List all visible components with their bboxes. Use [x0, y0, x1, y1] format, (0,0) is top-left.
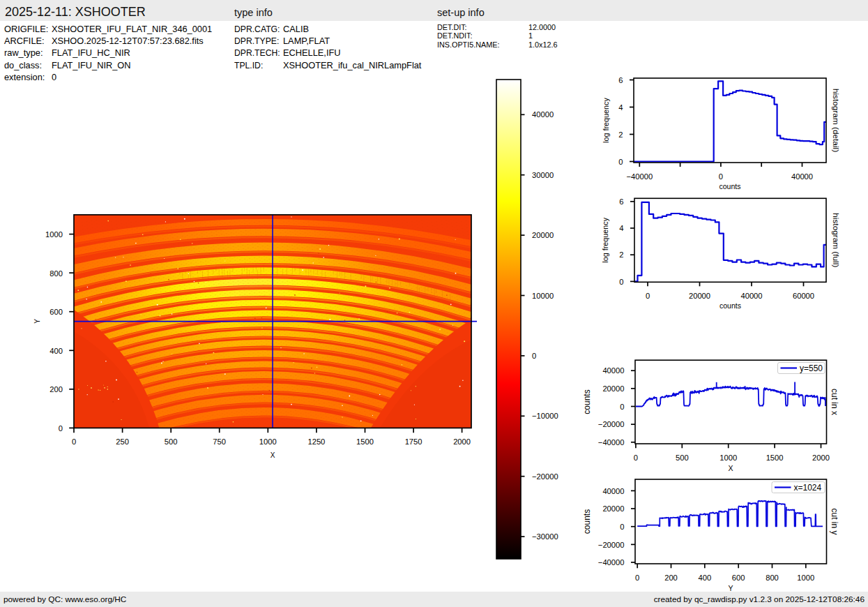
svg-text:type info: type info [234, 7, 273, 18]
svg-text:12.0000: 12.0000 [528, 23, 556, 31]
svg-text:TPL.ID:: TPL.ID: [234, 61, 263, 70]
svg-text:XSHOOTER_ifu_cal_NIRLampFlat: XSHOOTER_ifu_cal_NIRLampFlat [283, 60, 422, 70]
svg-text:FLAT_IFU_HC_NIR: FLAT_IFU_HC_NIR [52, 47, 130, 58]
svg-text:500: 500 [676, 454, 689, 462]
svg-text:−10000: −10000 [532, 412, 558, 420]
svg-text:10000: 10000 [532, 292, 554, 300]
svg-text:DET.NDIT:: DET.NDIT: [437, 31, 472, 40]
svg-text:counts: counts [582, 509, 592, 534]
svg-text:−20000: −20000 [598, 541, 625, 549]
svg-text:1.0x12.6: 1.0x12.6 [528, 40, 557, 49]
svg-text:40000: 40000 [602, 487, 624, 495]
svg-text:raw_type:: raw_type: [4, 47, 43, 58]
svg-text:X: X [728, 464, 733, 472]
svg-text:counts: counts [719, 301, 741, 310]
svg-text:2000: 2000 [453, 437, 471, 446]
svg-text:2025-12-11: XSHOOTER: 2025-12-11: XSHOOTER [5, 5, 146, 19]
svg-text:ORIGFILE:: ORIGFILE: [4, 24, 48, 34]
svg-text:40000: 40000 [740, 292, 762, 300]
svg-text:1250: 1250 [307, 437, 325, 446]
svg-text:30000: 30000 [532, 171, 554, 179]
svg-text:Y: Y [33, 319, 41, 324]
svg-text:40000: 40000 [602, 366, 624, 375]
svg-text:do_class:: do_class: [4, 60, 42, 70]
svg-text:0: 0 [634, 454, 638, 462]
svg-text:20000: 20000 [602, 504, 624, 513]
svg-text:4: 4 [619, 224, 623, 232]
svg-text:XSHOO.2025-12-12T07:57:23.682.: XSHOO.2025-12-12T07:57:23.682.fits [52, 36, 204, 46]
svg-text:0: 0 [59, 424, 63, 433]
svg-text:2: 2 [618, 130, 623, 139]
svg-text:DPR.TYPE:: DPR.TYPE: [234, 36, 279, 46]
svg-text:400: 400 [698, 574, 711, 582]
svg-text:1000: 1000 [259, 437, 277, 446]
svg-text:0: 0 [620, 523, 624, 531]
svg-text:200: 200 [50, 385, 63, 394]
svg-text:20000: 20000 [532, 231, 554, 239]
svg-text:200: 200 [664, 574, 678, 582]
svg-text:−30000: −30000 [532, 532, 558, 541]
svg-text:600: 600 [50, 308, 63, 316]
svg-text:40000: 40000 [791, 172, 813, 181]
svg-text:log frequency: log frequency [602, 97, 610, 142]
svg-text:60000: 60000 [793, 292, 814, 300]
svg-text:0: 0 [52, 72, 56, 82]
svg-text:XSHOOTER_IFU_FLAT_NIR_346_0001: XSHOOTER_IFU_FLAT_NIR_346_0001 [52, 24, 212, 34]
svg-text:DPR.CATG:: DPR.CATG: [234, 24, 280, 34]
svg-text:histogram (full): histogram (full) [831, 213, 841, 267]
svg-text:created by qc_rawdisp.py v1.2.: created by qc_rawdisp.py v1.2.3 on 2025-… [654, 594, 865, 604]
svg-text:0: 0 [72, 437, 76, 446]
svg-text:1000: 1000 [45, 230, 63, 239]
svg-text:750: 750 [213, 437, 226, 446]
svg-text:DET.DIT:: DET.DIT: [437, 23, 467, 31]
svg-text:−40000: −40000 [598, 558, 625, 567]
svg-text:−20000: −20000 [598, 420, 625, 428]
svg-text:x=1024: x=1024 [794, 483, 822, 493]
svg-text:0: 0 [719, 172, 723, 181]
svg-text:FLAT_IFU_NIR_ON: FLAT_IFU_NIR_ON [52, 60, 131, 70]
svg-text:1750: 1750 [405, 437, 422, 446]
svg-text:2: 2 [619, 250, 623, 259]
svg-text:6: 6 [619, 197, 623, 206]
svg-text:X: X [271, 451, 275, 459]
svg-text:1000: 1000 [719, 454, 737, 462]
svg-text:500: 500 [165, 437, 178, 446]
svg-text:0: 0 [620, 403, 624, 411]
svg-text:0: 0 [635, 574, 639, 582]
svg-text:600: 600 [732, 574, 745, 582]
svg-text:Y: Y [728, 584, 733, 592]
svg-text:−20000: −20000 [532, 472, 558, 481]
svg-text:4: 4 [618, 103, 623, 112]
svg-text:0: 0 [532, 352, 536, 360]
svg-text:20000: 20000 [689, 292, 710, 300]
svg-text:6: 6 [618, 76, 623, 84]
svg-text:0: 0 [619, 278, 623, 286]
svg-text:y=550: y=550 [800, 364, 823, 373]
svg-text:400: 400 [50, 347, 63, 355]
svg-text:250: 250 [116, 437, 129, 446]
svg-text:40000: 40000 [532, 110, 554, 119]
svg-text:cut in x: cut in x [830, 389, 839, 415]
svg-text:cut in y: cut in y [830, 508, 839, 534]
svg-text:ECHELLE,IFU: ECHELLE,IFU [283, 47, 341, 58]
svg-text:800: 800 [766, 574, 779, 582]
svg-text:counts: counts [582, 389, 592, 414]
svg-text:1000: 1000 [797, 574, 814, 582]
svg-text:1500: 1500 [766, 454, 784, 462]
svg-text:DPR.TECH:: DPR.TECH: [234, 48, 280, 58]
svg-text:powered by QC: www.eso.org/HC: powered by QC: www.eso.org/HC [3, 594, 127, 604]
svg-text:20000: 20000 [602, 384, 624, 393]
svg-text:800: 800 [50, 269, 63, 278]
svg-text:−40000: −40000 [626, 172, 653, 181]
svg-text:CALIB: CALIB [283, 24, 309, 34]
svg-text:−40000: −40000 [598, 438, 625, 447]
svg-text:ARCFILE:: ARCFILE: [4, 36, 45, 46]
svg-text:1: 1 [528, 31, 533, 40]
svg-text:LAMP,FLAT: LAMP,FLAT [283, 36, 330, 46]
svg-text:2000: 2000 [812, 454, 830, 462]
svg-text:0: 0 [646, 292, 650, 300]
svg-text:1500: 1500 [356, 437, 374, 446]
svg-text:INS.OPTI5.NAME:: INS.OPTI5.NAME: [437, 40, 499, 49]
svg-text:0: 0 [618, 158, 623, 166]
svg-text:histogram (detail): histogram (detail) [831, 89, 841, 152]
